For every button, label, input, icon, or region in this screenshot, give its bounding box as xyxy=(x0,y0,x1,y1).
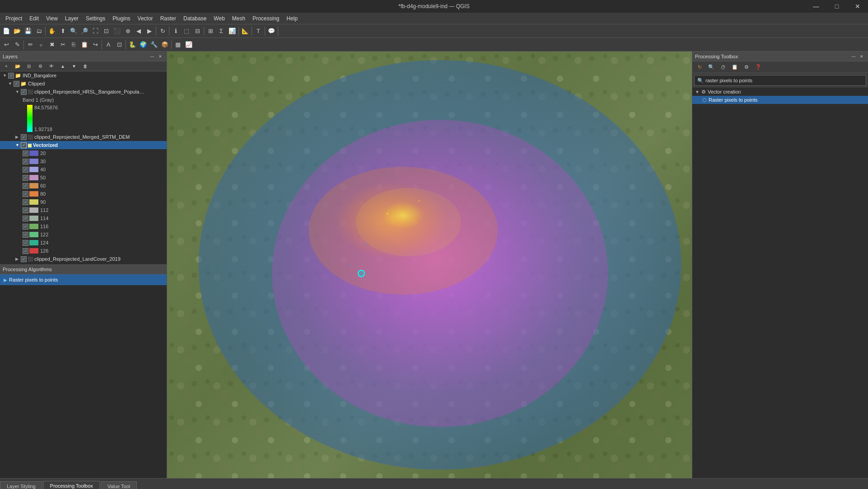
layer-item-vectorized[interactable]: ▼ ✓ ▦ Vectorized xyxy=(0,141,167,149)
zoom-in-button[interactable]: 🔍 xyxy=(68,26,79,37)
map-container[interactable] xyxy=(167,52,692,478)
tab-layer-styling[interactable]: Layer Styling xyxy=(0,481,42,489)
toolbox-close-btn[interactable]: ✕ xyxy=(858,53,865,60)
checkbox-landcover[interactable]: ✓ xyxy=(21,256,27,262)
diagram-button[interactable]: ⊡ xyxy=(114,39,125,50)
zoom-selection-button[interactable]: ⊡ xyxy=(101,26,112,37)
toolbox-results-btn[interactable]: 📋 xyxy=(729,62,740,73)
remove-layer-button[interactable]: 🗑 xyxy=(80,61,91,72)
copy-features-button[interactable]: ⎘ xyxy=(68,39,79,50)
pan-map-button[interactable]: ✋ xyxy=(47,26,57,37)
checkbox-vectorized[interactable]: ✓ xyxy=(21,142,27,148)
plugin-button-2[interactable]: 🔧 xyxy=(149,39,159,50)
select-button[interactable]: ⬚ xyxy=(181,26,192,37)
plugin-button-1[interactable]: 🌍 xyxy=(138,39,149,50)
map-tips-button[interactable]: 💬 xyxy=(266,26,277,37)
processing-alg-result[interactable]: ▶ Raster pixels to points xyxy=(0,274,167,285)
menubar-item-project[interactable]: Project xyxy=(2,14,26,23)
checkbox-v126[interactable]: ✓ xyxy=(23,248,28,254)
open-attr-table-button[interactable]: ⊞ xyxy=(205,26,216,37)
menubar-item-raster[interactable]: Raster xyxy=(157,14,180,23)
legend-item-90[interactable]: ✓ 90 xyxy=(0,198,167,206)
toolbox-category-vector-creation[interactable]: ▼ ⚙ Vector creation xyxy=(692,88,868,96)
open-layer-source-button[interactable]: 📂 xyxy=(12,61,23,72)
legend-item-60[interactable]: ✓ 60 xyxy=(0,182,167,190)
minimize-button[interactable]: — xyxy=(806,0,826,13)
zoom-native-button[interactable]: ⊕ xyxy=(122,26,133,37)
move-layer-up-button[interactable]: ▲ xyxy=(57,61,68,72)
tab-value-tool[interactable]: Value Tool xyxy=(101,481,137,489)
legend-item-80[interactable]: ✓ 80 xyxy=(0,190,167,198)
layer-visibility-button[interactable]: 👁 xyxy=(46,61,57,72)
statistics-btn2[interactable]: 📈 xyxy=(183,39,194,50)
menubar-item-mesh[interactable]: Mesh xyxy=(229,14,249,23)
toolbox-refresh-btn[interactable]: ↻ xyxy=(694,62,705,73)
menubar-item-processing[interactable]: Processing xyxy=(249,14,283,23)
menubar-item-edit[interactable]: Edit xyxy=(26,14,42,23)
annotation-button[interactable]: T xyxy=(253,26,264,37)
layers-collapse-button[interactable]: — xyxy=(149,53,156,60)
legend-item-114[interactable]: ✓ 114 xyxy=(0,214,167,222)
save-project-button[interactable]: 💾 xyxy=(23,26,33,37)
node-tool-button[interactable]: ⬦ xyxy=(36,39,47,50)
menubar-item-database[interactable]: Database xyxy=(180,14,210,23)
toolbox-options-btn[interactable]: ⚙ xyxy=(741,62,752,73)
zoom-out-button[interactable]: 🔎 xyxy=(79,26,90,37)
menubar-item-view[interactable]: View xyxy=(42,14,61,23)
layer-item-landcover[interactable]: ▶ ✓ ⬛ clipped_Reprojected_LandCover_2019 xyxy=(0,255,167,263)
layer-item-srtm[interactable]: ▶ ✓ ⬛ clipped_Reprojected_Merged_SRTM_DE… xyxy=(0,133,167,141)
paste-features-button[interactable]: 📋 xyxy=(79,39,90,50)
toolbox-collapse-btn[interactable]: — xyxy=(850,53,857,60)
menubar-item-plugins[interactable]: Plugins xyxy=(109,14,134,23)
checkbox-v90[interactable]: ✓ xyxy=(23,199,28,205)
field-calc-button[interactable]: Σ xyxy=(216,26,227,37)
checkbox-v124[interactable]: ✓ xyxy=(23,240,28,246)
delete-selected-button[interactable]: ✖ xyxy=(47,39,57,50)
identify-button[interactable]: ℹ xyxy=(170,26,181,37)
menubar-item-settings[interactable]: Settings xyxy=(82,14,109,23)
add-layer-button[interactable]: + xyxy=(1,61,12,72)
checkbox-bangalore[interactable]: ✓ xyxy=(8,73,14,79)
toolbox-help-btn[interactable]: ❓ xyxy=(753,62,764,73)
pan-map-arrow-button[interactable]: ⬆ xyxy=(57,26,68,37)
refresh-button[interactable]: ↻ xyxy=(157,26,168,37)
legend-item-112[interactable]: ✓ 112 xyxy=(0,206,167,214)
checkbox-v114[interactable]: ✓ xyxy=(23,216,28,221)
legend-item-50[interactable]: ✓ 50 xyxy=(0,174,167,182)
filter-layer-button[interactable]: ⊟ xyxy=(23,61,34,72)
zoom-layer-button[interactable]: ⬛ xyxy=(112,26,122,37)
legend-item-126[interactable]: ✓ 126 xyxy=(0,247,167,255)
redo-button[interactable]: ↪ xyxy=(90,39,101,50)
menubar-item-help[interactable]: Help xyxy=(283,14,302,23)
checkbox-v112[interactable]: ✓ xyxy=(23,207,28,213)
tab-processing-toolbox[interactable]: Processing Toolbox xyxy=(43,481,100,489)
layers-close-button[interactable]: ✕ xyxy=(157,53,164,60)
legend-item-30[interactable]: ✓ 30 xyxy=(0,157,167,165)
move-layer-down-button[interactable]: ▼ xyxy=(69,61,79,72)
checkbox-v80[interactable]: ✓ xyxy=(23,191,28,197)
toolbox-item-raster-pixels[interactable]: ⬡ Raster pixels to points xyxy=(692,96,868,104)
legend-item-116[interactable]: ✓ 116 xyxy=(0,222,167,230)
edit-button[interactable]: ✎ xyxy=(12,39,23,50)
checkbox-srtm[interactable]: ✓ xyxy=(21,134,27,140)
deselect-button[interactable]: ⊟ xyxy=(192,26,203,37)
statistics-button[interactable]: 📊 xyxy=(227,26,238,37)
zoom-last-button[interactable]: ◀ xyxy=(133,26,144,37)
undo-button[interactable]: ↩ xyxy=(1,39,12,50)
checkbox-v116[interactable]: ✓ xyxy=(23,224,28,230)
layer-item-bangalore[interactable]: ▼ ✓ 📁 IND_Bangalore xyxy=(0,71,167,80)
save-as-button[interactable]: 🗂 xyxy=(33,26,44,37)
toolbox-search-input[interactable] xyxy=(705,78,863,83)
menubar-item-layer[interactable]: Layer xyxy=(61,14,82,23)
checkbox-v20[interactable]: ✓ xyxy=(23,150,28,156)
legend-item-20[interactable]: ✓ 20 xyxy=(0,149,167,157)
new-project-button[interactable]: 📄 xyxy=(1,26,12,37)
legend-item-40[interactable]: ✓ 40 xyxy=(0,165,167,174)
checkbox-clipped[interactable]: ✓ xyxy=(14,81,19,87)
plugin-button-3[interactable]: 📦 xyxy=(159,39,170,50)
legend-item-124[interactable]: ✓ 124 xyxy=(0,239,167,247)
layer-item-hrsl[interactable]: ▼ ✓ ⬛ clipped_Reprojected_HRSL_Bangalore… xyxy=(0,88,167,96)
checkbox-hrsl[interactable]: ✓ xyxy=(21,89,27,95)
measure-button[interactable]: 📐 xyxy=(240,26,251,37)
layer-item-clipped[interactable]: ▼ ✓ 📁 Clipped xyxy=(0,80,167,88)
